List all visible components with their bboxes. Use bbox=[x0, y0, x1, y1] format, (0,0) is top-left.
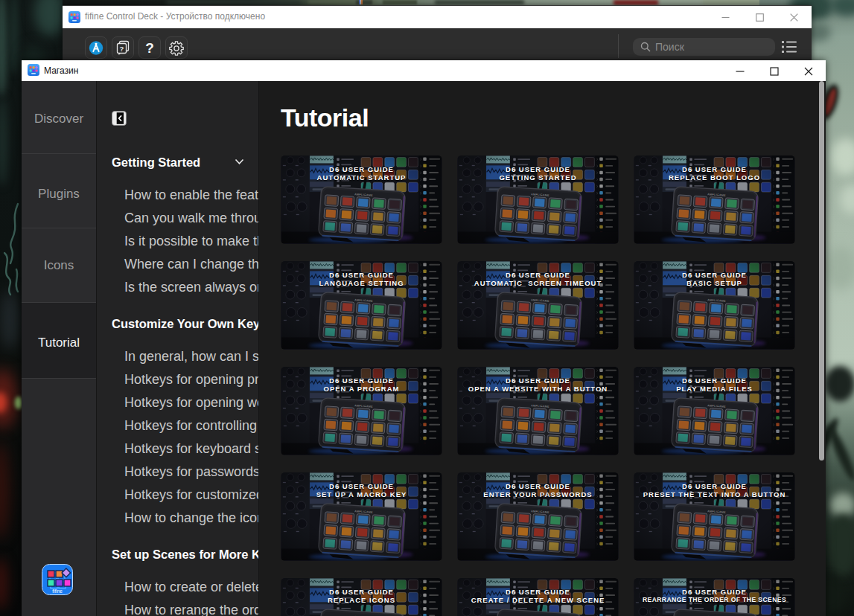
svg-text:?: ? bbox=[120, 45, 124, 53]
svg-text:?: ? bbox=[145, 40, 154, 56]
svg-text:fifine: fifine bbox=[52, 588, 63, 594]
